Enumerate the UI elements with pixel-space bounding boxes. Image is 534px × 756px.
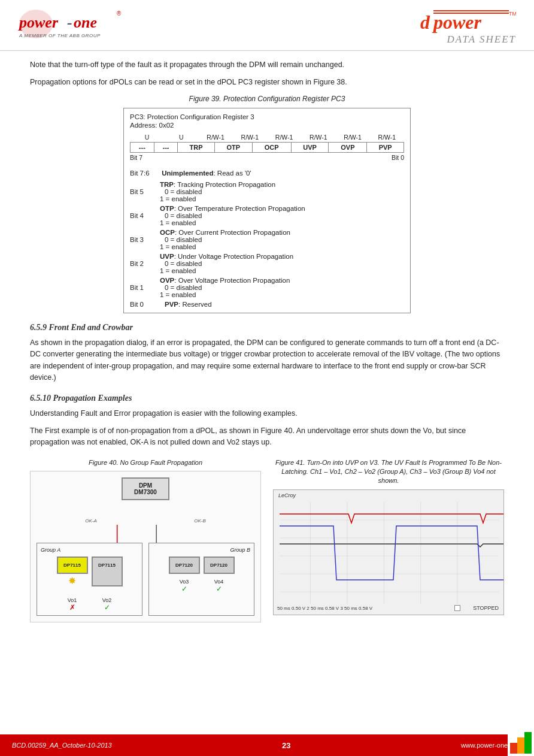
group-a-label: Group A <box>41 547 138 553</box>
svg-text:one: one <box>74 14 97 31</box>
reg-cell-pvp: PVP <box>367 142 404 152</box>
page-header: power - one ® A MEMBER OF THE ABB GROUP … <box>0 0 534 51</box>
ovp-section: OVP: Over Voltage Protection Propagation… <box>130 277 404 298</box>
power-one-logo: power - one ® A MEMBER OF THE ABB GROUP <box>18 7 126 40</box>
bit1-val0: 0 = disabled <box>165 284 202 291</box>
svg-rect-25 <box>524 732 532 754</box>
section-659-heading: 6.5.9 Front End and Crowbar <box>30 323 504 332</box>
pvp-label: PVP: Reserved <box>165 301 212 308</box>
fault-star: ✸ <box>57 575 88 586</box>
bit1-num: Bit 1 <box>130 284 160 291</box>
abb-logo-svg <box>510 732 532 754</box>
bit76-line: Bit 7:6 Unimplemented: Read as '0' <box>130 168 404 179</box>
vo1-label: Vo1 ✗ <box>57 597 88 612</box>
otp-section: OTP: Over Temperature Protection Propaga… <box>130 205 404 226</box>
reg-cell-uvp: UVP <box>291 142 329 152</box>
dp7115-normal-box: DP7115 <box>92 557 123 586</box>
bit3-num: Bit 3 <box>130 236 160 243</box>
paragraph-2: Propagation options for dPOLs can be rea… <box>30 77 504 88</box>
reg-cell-dash2: --- <box>154 142 178 152</box>
bit2-row: Bit 2 0 = disabled <box>130 260 404 267</box>
register-address: Address: 0x02 <box>130 122 404 129</box>
dp7120-box2: DP7120 <box>204 557 235 574</box>
dp7120-box1: DP7120 <box>169 557 200 574</box>
figure-41: Figure 41. Turn-On into UVP on V3. The U… <box>273 458 504 622</box>
uvp-label: UVP: Under Voltage Protection Propagatio… <box>160 253 404 260</box>
section-6510-heading: 6.5.10 Propagation Examples <box>30 394 504 403</box>
register-box: PC3: Protection Configuration Register 3… <box>123 108 411 313</box>
bit4-val1: 1 = enabled <box>160 219 404 226</box>
fig39-title: Figure 39. Protection Configuration Regi… <box>30 95 504 103</box>
scope-display: LeCroy <box>273 489 504 615</box>
section-659-text: As shown in the propagation dialog, if a… <box>30 337 504 384</box>
ok-labels: OK-A OK-B <box>37 518 254 524</box>
dpm-container: DPMDM7300 <box>37 477 254 512</box>
pvp-section: Bit 0 PVP: Reserved <box>130 301 404 308</box>
otp-label: OTP: Over Temperature Protection Propaga… <box>160 205 404 212</box>
vo4-text: Vo4 <box>204 579 235 585</box>
bit2-num: Bit 2 <box>130 260 160 267</box>
group-b-vo-labels: Vo3 ✓ Vo4 ✓ <box>153 579 250 593</box>
section-6510-text1: Understanding Fault and Error propagatio… <box>30 408 504 419</box>
trp-label: TRP: Tracking Protection Propagation <box>160 181 404 188</box>
scope-checkbox <box>454 605 460 611</box>
vo2-status-check: ✓ <box>92 603 123 612</box>
svg-text:A MEMBER OF THE ABB GROUP: A MEMBER OF THE ABB GROUP <box>19 33 101 38</box>
data-sheet-label: DATA SHEET <box>447 34 516 46</box>
svg-rect-24 <box>517 737 524 754</box>
vo1-text: Vo1 <box>57 597 88 603</box>
section-6510-text2: The First example is of of non-propagati… <box>30 425 504 449</box>
svg-text:-: - <box>67 14 72 31</box>
vo3-status-check: ✓ <box>169 585 200 593</box>
vo1-status-cross: ✗ <box>57 603 88 612</box>
bit0-num: Bit 0 <box>130 301 160 308</box>
bit1-row: Bit 1 0 = disabled <box>130 284 404 291</box>
group-a: Group A DP7115 ✸ DP7115 <box>37 543 142 616</box>
abb-corner-logo <box>508 730 534 756</box>
logo-left: power - one ® A MEMBER OF THE ABB GROUP <box>18 7 126 40</box>
bit3-row: Bit 3 0 = disabled <box>130 236 404 243</box>
group-b: Group B DP7120 DP7120 Vo3 ✓ Vo4 <box>148 543 254 616</box>
bit-descriptions: Bit 7:6 Unimplemented: Read as '0' TRP: … <box>130 168 404 308</box>
scope-bottom-labels: 50 ms 0.50 V 2 50 ms 0.58 V 3 50 ms 0.58… <box>277 606 372 611</box>
trp-section: TRP: Tracking Protection Propagation Bit… <box>130 181 404 202</box>
bit76-rest: : Read as '0' <box>213 170 251 177</box>
scope-stopped-label: STOPPED <box>473 605 499 611</box>
bit3-val0: 0 = disabled <box>165 236 202 243</box>
dp7115-fault-box: DP7115 <box>57 557 88 574</box>
svg-text:®: ® <box>117 10 122 17</box>
dpower-logo-svg: d power TM <box>420 7 516 36</box>
bit2-val0: 0 = disabled <box>165 260 202 267</box>
group-b-modules: DP7120 DP7120 <box>153 557 250 574</box>
bit2-val1: 1 = enabled <box>160 267 404 274</box>
ok-a-label: OK-A <box>85 518 97 524</box>
wire-svg <box>37 525 254 543</box>
fig41-caption: Figure 41. Turn-On into UVP on V3. The U… <box>273 458 504 486</box>
reg-cell-otp: OTP <box>214 142 252 152</box>
vo4-status-check: ✓ <box>204 585 235 593</box>
ocp-section: OCP: Over Current Protection Propagation… <box>130 229 404 250</box>
bit5-num: Bit 5 <box>130 188 160 195</box>
bit5-val0: 0 = disabled <box>165 188 202 195</box>
vo3-label: Vo3 ✓ <box>169 579 200 593</box>
block-diagram: DPMDM7300 OK-A OK-B Group A <box>30 471 261 622</box>
bit3-val1: 1 = enabled <box>160 243 404 250</box>
ocp-label: OCP: Over Current Protection Propagation <box>160 229 404 236</box>
figure-40: Figure 40. No Group Fault Propagation DP… <box>30 458 261 622</box>
vo4-label: Vo4 ✓ <box>204 579 235 593</box>
vo2-label: Vo2 ✓ <box>92 597 123 612</box>
bit4-row: Bit 4 0 = disabled <box>130 212 404 219</box>
logo-right: d power TM DATA SHEET <box>420 7 516 46</box>
footer-left: BCD.00259_AA_October-10-2013 <box>12 742 112 749</box>
paragraph-1: Note that the turn-off type of the fault… <box>30 59 504 71</box>
svg-text:power: power <box>18 14 59 31</box>
bit5-val1: 1 = enabled <box>160 195 404 202</box>
fig40-caption: Figure 40. No Group Fault Propagation <box>30 458 261 467</box>
register-table: --- --- TRP OTP OCP UVP OVP PVP <box>130 142 404 153</box>
register-title: PC3: Protection Configuration Register 3 <box>130 113 404 120</box>
reg-cell-trp: TRP <box>178 142 215 152</box>
bit4-num: Bit 4 <box>130 212 160 219</box>
bit76-num: Bit 7:6 <box>130 168 160 179</box>
group-a-modules: DP7115 ✸ DP7115 <box>41 557 138 586</box>
dpm-box: DPMDM7300 <box>122 477 169 500</box>
